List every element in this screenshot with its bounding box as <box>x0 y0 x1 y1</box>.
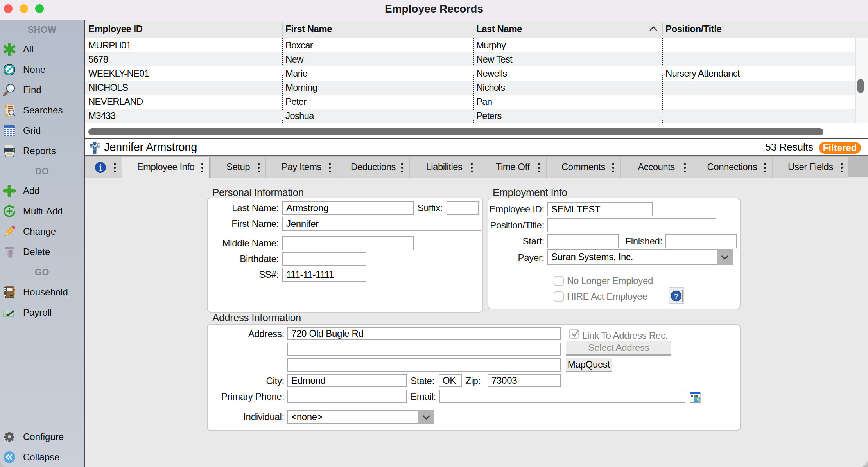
svg-text:?: ? <box>674 292 679 301</box>
svg-text:i: i <box>99 163 102 172</box>
